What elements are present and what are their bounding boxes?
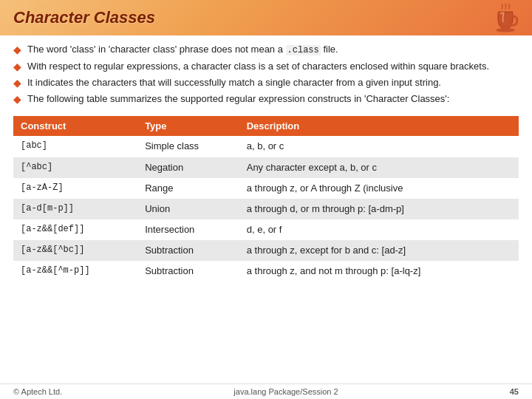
char-classes-table: Construct Type Description [abc] Simple … (13, 116, 519, 381)
content-area: ◆ The word 'class' in 'character class' … (0, 35, 532, 383)
cell-desc-2: a through z, or A through Z (inclusive (239, 178, 519, 199)
cell-construct-4: [a-z&&[def]] (13, 219, 137, 240)
cell-construct-5: [a-z&&[^bc]] (13, 240, 137, 261)
cell-type-4: Intersection (137, 219, 239, 240)
code-class: .class (286, 45, 321, 55)
header: Character Classes (0, 0, 532, 35)
cell-type-5: Subtraction (137, 240, 239, 261)
bullet-item-2: ◆ With respect to regular expressions, a… (13, 60, 519, 73)
cell-type-6: Subtraction (137, 261, 239, 282)
col-header-construct: Construct (13, 116, 137, 136)
cell-desc-6: a through z, and not m through p: [a-lq-… (239, 261, 519, 282)
table-row: [a-z&&[^bc]] Subtraction a through z, ex… (13, 240, 519, 261)
svg-point-0 (496, 28, 515, 33)
bullet-text-1: The word 'class' in 'character class' ph… (27, 43, 338, 57)
col-header-type: Type (137, 116, 239, 136)
slide-title: Character Classes (13, 8, 155, 27)
cell-desc-5: a through z, except for b and c: [ad-z] (239, 240, 519, 261)
bullet-icon-3: ◆ (13, 77, 21, 89)
cell-construct-1: [^abc] (13, 157, 137, 178)
col-header-description: Description (239, 116, 519, 136)
footer-session: java.lang Package/Session 2 (233, 387, 338, 396)
bullet-text-2: With respect to regular expressions, a c… (27, 60, 489, 73)
bullet-list: ◆ The word 'class' in 'character class' … (13, 43, 519, 109)
cell-construct-2: [a-zA-Z] (13, 178, 137, 199)
table-row: [^abc] Negation Any character except a, … (13, 157, 519, 178)
bullet-icon-2: ◆ (13, 61, 21, 72)
table-header-row: Construct Type Description (13, 116, 519, 136)
table-row: [abc] Simple class a, b, or c (13, 136, 519, 157)
bullet-text-3: It indicates the characters that will su… (27, 76, 441, 89)
cell-type-1: Negation (137, 157, 239, 178)
footer-page-number: 45 (510, 387, 519, 396)
cell-type-2: Range (137, 178, 239, 199)
cell-desc-0: a, b, or c (239, 136, 519, 157)
bullet-item-3: ◆ It indicates the characters that will … (13, 76, 519, 89)
table: Construct Type Description [abc] Simple … (13, 116, 519, 282)
table-row: [a-zA-Z] Range a through z, or A through… (13, 178, 519, 199)
cell-construct-6: [a-z&&[^m-p]] (13, 261, 137, 282)
footer-copyright: © Aptech Ltd. (13, 387, 62, 396)
cell-desc-4: d, e, or f (239, 219, 519, 240)
table-row: [a-d[m-p]] Union a through d, or m throu… (13, 199, 519, 219)
bullet-icon-4: ◆ (13, 93, 21, 105)
bullet-item-1: ◆ The word 'class' in 'character class' … (13, 43, 519, 57)
footer: © Aptech Ltd. java.lang Package/Session … (0, 383, 532, 399)
java-logo-icon (488, 3, 523, 38)
cell-desc-3: a through d, or m through p: [a-dm-p] (239, 199, 519, 219)
table-row: [a-z&&[^m-p]] Subtraction a through z, a… (13, 261, 519, 282)
slide: Character Classes ◆ The word 'class' in … (0, 0, 532, 399)
table-row: [a-z&&[def]] Intersection d, e, or f (13, 219, 519, 240)
cell-type-3: Union (137, 199, 239, 219)
cell-type-0: Simple class (137, 136, 239, 157)
cell-construct-0: [abc] (13, 136, 137, 157)
bullet-item-4: ◆ The following table summarizes the sup… (13, 92, 519, 106)
bullet-text-4: The following table summarizes the suppo… (27, 92, 449, 106)
cell-desc-1: Any character except a, b, or c (239, 157, 519, 178)
cell-construct-3: [a-d[m-p]] (13, 199, 137, 219)
bullet-icon-1: ◆ (13, 44, 21, 55)
